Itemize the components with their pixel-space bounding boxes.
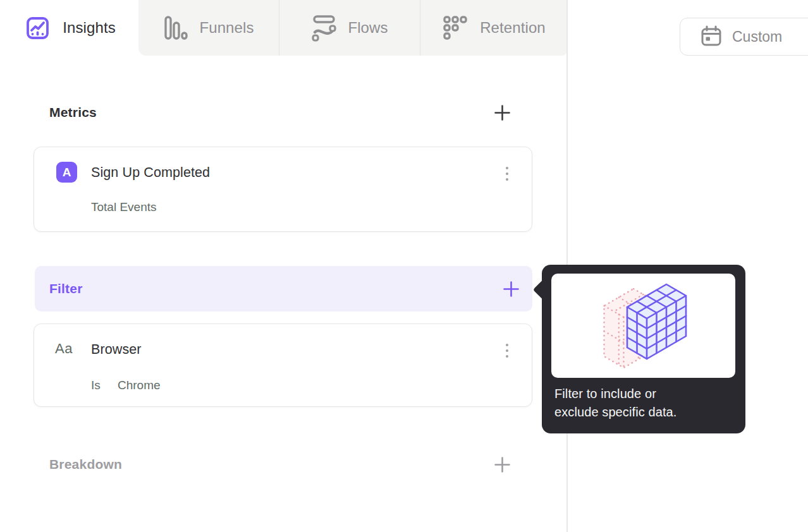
filter-property-name: Browser xyxy=(91,342,142,358)
kebab-menu-icon xyxy=(506,344,509,347)
string-property-type-icon: Aa xyxy=(55,341,73,357)
metric-kebab-menu-button[interactable] xyxy=(495,160,519,188)
filter-cube-illustration xyxy=(551,274,735,378)
custom-button-label: Custom xyxy=(732,28,782,45)
kebab-menu-icon xyxy=(506,167,509,170)
metric-series-badge: A xyxy=(56,162,77,183)
breakdown-title: Breakdown xyxy=(49,457,122,472)
add-icon xyxy=(503,281,520,298)
metrics-title: Metrics xyxy=(49,105,97,120)
filter-value: Chrome xyxy=(118,378,161,392)
tab-label: Insights xyxy=(63,19,116,37)
tab-label: Flows xyxy=(348,19,388,37)
retention-dots-icon xyxy=(441,13,469,42)
metrics-section-header: Metrics xyxy=(49,101,513,124)
filter-kebab-menu-button[interactable] xyxy=(495,337,519,365)
insights-chart-icon xyxy=(23,13,52,42)
metric-card-sign-up-completed[interactable]: A Sign Up Completed Total Events xyxy=(34,147,532,232)
filter-tooltip: Filter to include or exclude specific da… xyxy=(542,265,745,433)
tab-funnels[interactable]: Funnels xyxy=(138,0,279,56)
calendar-icon xyxy=(700,24,723,49)
tab-insights[interactable]: Insights xyxy=(0,0,138,56)
breakdown-section-header: Breakdown xyxy=(49,453,513,476)
funnels-bars-icon xyxy=(163,13,188,42)
tooltip-text: Filter to include or exclude specific da… xyxy=(554,385,676,421)
metric-event-name: Sign Up Completed xyxy=(91,165,210,181)
add-icon xyxy=(494,456,511,473)
add-icon xyxy=(494,104,511,121)
tab-label: Funnels xyxy=(199,19,254,37)
add-metric-button[interactable] xyxy=(491,102,513,123)
tab-flows[interactable]: Flows xyxy=(279,0,420,56)
metric-measurement: Total Events xyxy=(91,200,157,214)
tab-label: Retention xyxy=(480,19,546,37)
custom-date-range-button[interactable]: Custom xyxy=(680,18,808,56)
filter-section-row[interactable]: Filter xyxy=(35,266,532,311)
filter-operator: Is xyxy=(91,378,101,392)
add-filter-button[interactable] xyxy=(500,278,522,299)
insights-builder-screen: Insights Funnels Flows xyxy=(0,0,808,532)
tooltip-line-2: exclude specific data. xyxy=(554,403,676,421)
add-breakdown-button[interactable] xyxy=(491,454,513,475)
tooltip-line-1: Filter to include or xyxy=(554,385,676,403)
filter-title: Filter xyxy=(49,281,83,296)
flows-wave-icon xyxy=(310,13,337,42)
filter-card-browser[interactable]: Aa Browser Is Chrome xyxy=(34,323,532,407)
tab-retention[interactable]: Retention xyxy=(420,0,567,56)
